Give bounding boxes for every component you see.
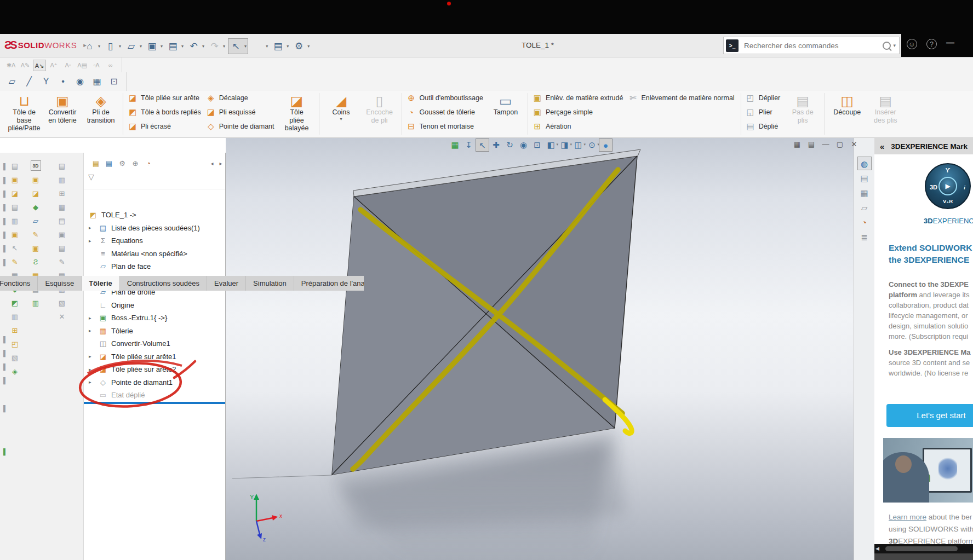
tool-icon[interactable]: ▧ bbox=[55, 297, 69, 309]
open-document-icon[interactable]: ▱ ▾ bbox=[124, 39, 143, 54]
tool-icon[interactable]: ⊞ bbox=[55, 188, 69, 200]
zoom-area-icon[interactable]: ⊡ bbox=[530, 138, 544, 152]
annotation-edit-icon[interactable]: A✎ bbox=[19, 60, 32, 71]
dropdown-caret-icon[interactable]: ▾ bbox=[161, 44, 163, 49]
tree-item-part-root[interactable]: ◩ TOLE_1 -> bbox=[84, 209, 225, 222]
chevron-right-icon[interactable]: ▸ bbox=[216, 160, 225, 166]
mate-reference-icon[interactable]: ⊡ bbox=[107, 74, 121, 89]
annotation-tool-icon[interactable]: ✱A bbox=[4, 60, 18, 71]
enlev-matiere-extrude-button[interactable]: ▣ Enlèv. de matière extrudé bbox=[531, 91, 627, 105]
tool-icon[interactable]: ◪ bbox=[8, 188, 22, 200]
annotation-table-icon[interactable]: A▤ bbox=[76, 60, 89, 71]
tool-icon[interactable]: ▐ bbox=[0, 347, 7, 359]
tree-item-convertir-volume1[interactable]: ◫ Convertir-Volume1 bbox=[84, 337, 225, 350]
tool-icon[interactable]: ▣ bbox=[55, 229, 69, 241]
user-account-icon[interactable]: ☺ bbox=[907, 39, 917, 49]
flatten-icon[interactable]: ↧ bbox=[462, 138, 476, 152]
search-icon[interactable] bbox=[883, 42, 891, 50]
tool-icon[interactable]: ▐ bbox=[0, 174, 7, 186]
tool-icon[interactable]: ▐ bbox=[0, 374, 7, 386]
evaluate-table-icon[interactable]: ▦ bbox=[448, 138, 462, 152]
qat-icon[interactable]: ⚙ bbox=[291, 39, 306, 54]
annotation-frame-icon[interactable]: ▫A bbox=[90, 60, 103, 71]
select-cursor-icon[interactable]: ↖ bbox=[476, 138, 489, 152]
tool-icon[interactable]: ▐ bbox=[0, 446, 7, 458]
qat-icon[interactable]: ▣ bbox=[145, 39, 159, 54]
annotation-add-icon[interactable]: A⁺ bbox=[47, 60, 60, 71]
tool-icon[interactable]: ▤ bbox=[55, 243, 69, 255]
tab-esquisse[interactable]: Esquisse bbox=[38, 276, 82, 291]
qat-icon[interactable] bbox=[250, 39, 265, 54]
scroll-left-arrow-icon[interactable]: ◀ bbox=[875, 546, 879, 551]
dropdown-caret-icon[interactable]: ▾ bbox=[140, 44, 142, 49]
pli-de-transition-button[interactable]: ◈ Pli de transition bbox=[82, 91, 120, 124]
percage-simple-button[interactable]: ▣ Perçage simple bbox=[531, 105, 627, 119]
tree-item-etat-deplie[interactable]: ▭ Etat déplié bbox=[84, 389, 225, 402]
tole-pliee-balayee-button[interactable]: ◪ Tôle pliée balayée bbox=[278, 91, 316, 132]
rollback-bar[interactable] bbox=[84, 402, 225, 404]
tole-de-base-button[interactable]: ⊔ Tôle de base pliée/Patte bbox=[5, 91, 43, 132]
tole-a-bords-replies-button[interactable]: ◩ Tôle à bords repliés bbox=[126, 105, 204, 119]
filter-funnel-icon[interactable]: ▽ bbox=[88, 172, 94, 181]
outil-emboutissage-button[interactable]: ⊕ Outil d'emboutissage bbox=[405, 91, 486, 105]
tool-icon[interactable]: ◆ bbox=[28, 201, 43, 213]
coins-button[interactable]: ◢ Coins ▾ bbox=[322, 91, 360, 122]
pli-esquisse-button[interactable]: ◪ Pli esquissé bbox=[204, 105, 278, 119]
tool-icon[interactable]: ✎ bbox=[28, 229, 43, 241]
dropdown-caret-icon[interactable]: ▾ bbox=[307, 44, 310, 49]
tool-icon[interactable]: 3D bbox=[31, 160, 41, 171]
expand-arrow-icon[interactable] bbox=[89, 238, 94, 244]
help-icon[interactable]: ? bbox=[926, 39, 937, 49]
dropdown-caret-icon[interactable]: ▾ bbox=[202, 44, 204, 49]
flyout-caret-icon[interactable]: ▾ bbox=[340, 117, 342, 122]
tool-icon[interactable]: ▥ bbox=[8, 215, 22, 227]
dropdown-caret-icon[interactable]: ▾ bbox=[287, 44, 289, 49]
gousset-de-tolerie-button[interactable]: ◔ Gousset de tôlerie bbox=[405, 105, 486, 119]
displaymanager-tab[interactable]: ◔ bbox=[142, 159, 155, 168]
search-dropdown-caret-icon[interactable]: ▾ bbox=[893, 43, 896, 48]
minimize-window-icon[interactable]: — bbox=[821, 140, 831, 148]
command-search-box[interactable]: >_ ▾ bbox=[723, 37, 900, 54]
plane-icon[interactable]: ▱ bbox=[5, 74, 19, 89]
tile-windows-icon[interactable]: ▦ bbox=[792, 140, 802, 148]
save-icon[interactable]: ▣ ▾ bbox=[145, 39, 164, 54]
annotation-insert-icon[interactable]: A↘ bbox=[33, 60, 46, 71]
tool-icon[interactable]: ◪ bbox=[28, 188, 43, 200]
tool-icon[interactable]: ▦ bbox=[55, 201, 69, 213]
propertymanager-tab[interactable]: ▤ bbox=[102, 159, 116, 168]
close-window-icon[interactable]: ✕ bbox=[849, 140, 859, 148]
tool-icon[interactable]: Ƨ bbox=[28, 256, 43, 268]
qat-icon[interactable]: ↖ bbox=[228, 39, 243, 54]
expand-arrow-icon[interactable] bbox=[89, 379, 94, 385]
file-explorer-tab[interactable]: ▱ bbox=[857, 201, 872, 215]
pli-ecrase-button[interactable]: ◪ Pli écrasé bbox=[126, 119, 204, 134]
tool-icon[interactable]: ◩ bbox=[8, 297, 22, 309]
tool-icon[interactable]: ▤ bbox=[8, 160, 22, 172]
cascade-windows-icon[interactable]: ▤ bbox=[806, 140, 816, 148]
qat-icon[interactable]: ▯ bbox=[103, 39, 118, 54]
dropdown-caret-icon[interactable]: ▾ bbox=[181, 44, 184, 49]
tool-icon[interactable]: ⊞ bbox=[8, 325, 22, 337]
chevron-left-icon[interactable]: ◂ bbox=[208, 160, 216, 166]
tool-icon[interactable]: ▐ bbox=[0, 333, 7, 345]
scrollbar-thumb[interactable] bbox=[885, 546, 958, 551]
qat-icon[interactable]: ▤ bbox=[271, 39, 285, 54]
tool-icon[interactable]: ▥ bbox=[55, 174, 69, 186]
tree-item-equations[interactable]: Σ Equations bbox=[84, 234, 225, 247]
minimize-icon[interactable]: — bbox=[946, 38, 954, 47]
axis-icon[interactable]: ╱ bbox=[22, 74, 36, 89]
hide-show-items-icon[interactable]: ⊙ bbox=[585, 138, 599, 152]
coordinate-system-icon[interactable]: Y bbox=[39, 74, 53, 89]
qat-icon[interactable]: ▤ bbox=[165, 39, 180, 54]
design-library-tab[interactable]: ▦ bbox=[857, 186, 872, 200]
tool-icon[interactable]: ▥ bbox=[8, 311, 22, 323]
restore-window-icon[interactable]: ▢ bbox=[835, 140, 845, 148]
configurationmanager-tab[interactable]: ⚙ bbox=[116, 159, 129, 168]
tool-icon[interactable]: ▐ bbox=[0, 215, 7, 227]
aeration-button[interactable]: ⊞ Aération bbox=[531, 119, 627, 134]
tool-icon[interactable]: ▐ bbox=[0, 201, 7, 213]
tree-item-pointe-de-diamant1[interactable]: ◇ Pointe de diamant1 bbox=[84, 376, 225, 389]
tree-item-plan-de-face[interactable]: ▱ Plan de face bbox=[84, 260, 225, 273]
tool-icon[interactable]: ▐ bbox=[0, 402, 7, 414]
decoupe-button[interactable]: ◫ Découpe bbox=[828, 91, 866, 117]
